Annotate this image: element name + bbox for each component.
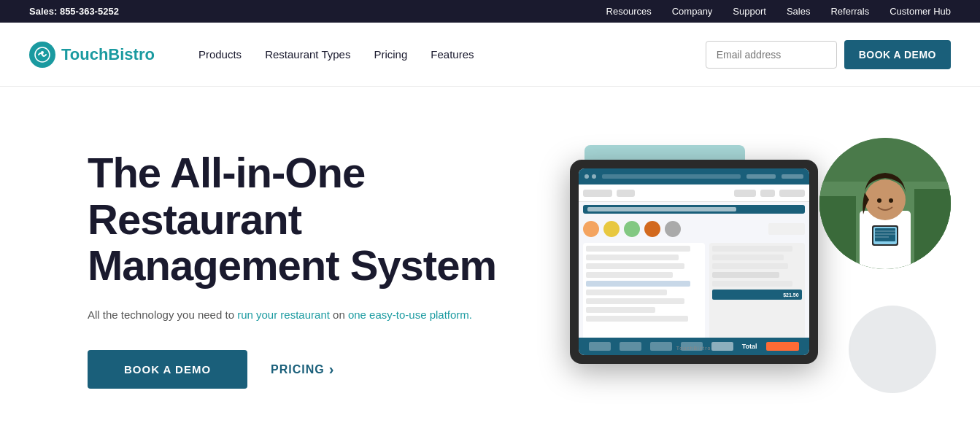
svg-point-7 xyxy=(865,179,906,220)
logo[interactable]: TouchBistro xyxy=(29,42,155,68)
hero-title: The All-in-One Restaurant Management Sys… xyxy=(88,149,563,289)
svg-point-9 xyxy=(889,198,893,203)
nav-features[interactable]: Features xyxy=(431,48,474,61)
nav-restaurant-types[interactable]: Restaurant Types xyxy=(265,48,350,61)
nav-products[interactable]: Products xyxy=(198,48,242,61)
portrait-image xyxy=(819,138,951,269)
hero-section: The All-in-One Restaurant Management Sys… xyxy=(0,87,980,437)
logo-icon xyxy=(29,42,55,68)
nav-links: Products Restaurant Types Pricing Featur… xyxy=(198,48,706,61)
email-input[interactable] xyxy=(706,41,837,69)
hero-subtitle: All the technology you need to run your … xyxy=(88,306,563,324)
top-nav-customer-hub[interactable]: Customer Hub xyxy=(890,6,951,17)
top-nav: Resources Company Support Sales Referral… xyxy=(606,6,951,17)
nav-pricing[interactable]: Pricing xyxy=(374,48,407,61)
logo-text: TouchBistro xyxy=(61,45,155,64)
chevron-right-icon: › xyxy=(329,361,335,378)
book-demo-hero-button[interactable]: BOOK A DEMO xyxy=(88,350,247,389)
top-bar: Sales: 855-363-5252 Resources Company Su… xyxy=(0,0,980,23)
tablet-screen: $21.50 Total TouchBistro xyxy=(579,168,809,355)
sales-phone: Sales: 855-363-5252 xyxy=(29,6,119,17)
grey-decoration-circle xyxy=(849,306,936,393)
nav-right: BOOK A DEMO xyxy=(706,40,951,69)
main-nav: TouchBistro Products Restaurant Types Pr… xyxy=(0,23,980,87)
top-nav-support[interactable]: Support xyxy=(733,6,766,17)
hero-buttons: BOOK A DEMO PRICING › xyxy=(88,350,563,389)
tablet-icons-row xyxy=(579,215,809,240)
top-nav-sales[interactable]: Sales xyxy=(787,6,811,17)
tablet-top-bar xyxy=(579,168,809,184)
top-nav-referrals[interactable]: Referrals xyxy=(830,6,869,17)
hero-content: The All-in-One Restaurant Management Sys… xyxy=(88,149,563,389)
top-nav-resources[interactable]: Resources xyxy=(606,6,652,17)
svg-point-8 xyxy=(877,198,881,203)
top-nav-company[interactable]: Company xyxy=(672,6,713,17)
svg-rect-4 xyxy=(819,196,856,269)
tablet-nav-bar xyxy=(579,184,809,202)
svg-point-1 xyxy=(41,51,44,54)
tablet-device: $21.50 Total TouchBistro xyxy=(570,160,818,364)
pricing-link[interactable]: PRICING › xyxy=(271,361,334,378)
svg-rect-5 xyxy=(914,189,951,269)
svg-rect-12 xyxy=(875,228,895,241)
book-demo-nav-button[interactable]: BOOK A DEMO xyxy=(844,40,951,69)
hero-visual: $21.50 Total TouchBistro xyxy=(563,131,951,408)
